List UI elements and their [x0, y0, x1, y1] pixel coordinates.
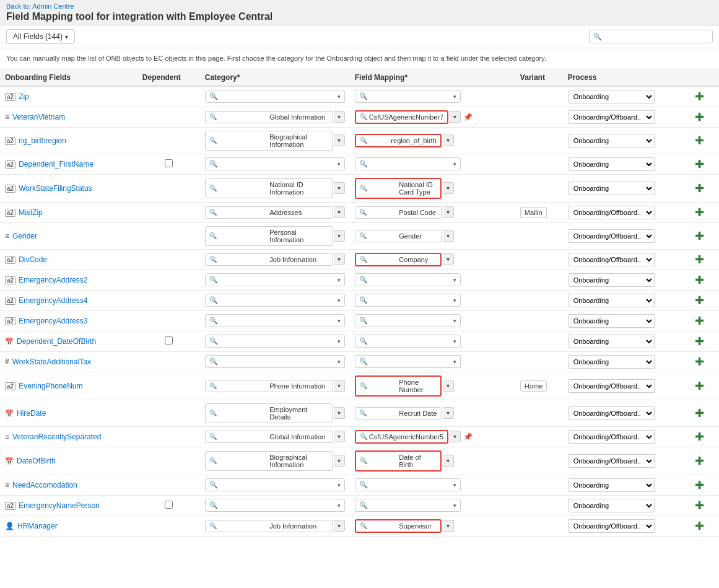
- process-select[interactable]: Onboarding Onboarding Onboarding/Offboar…: [568, 273, 655, 287]
- process-select[interactable]: Onboarding Onboarding Onboarding/Offboar…: [568, 499, 655, 512]
- variant-cell: [515, 249, 563, 270]
- add-button[interactable]: ✚: [692, 499, 707, 512]
- add-button[interactable]: ✚: [692, 407, 707, 419]
- table-row: a2 WorkStateFilingStatus 🔍 National ID I…: [0, 174, 719, 202]
- process-select[interactable]: Onboarding/Offboard.. Onboarding Onboard…: [568, 406, 655, 420]
- search-input[interactable]: [604, 32, 708, 41]
- process-select[interactable]: Onboarding/Offboard.. Onboarding Onboard…: [568, 110, 655, 124]
- variant-cell: [515, 426, 563, 447]
- field-mapping-cell: 🔍 Company ▾: [350, 249, 515, 270]
- add-button[interactable]: ✚: [692, 479, 707, 491]
- process-select[interactable]: Onboarding Onboarding Onboarding/Offboar…: [568, 314, 655, 328]
- add-cell: ✚: [687, 174, 719, 202]
- field-label[interactable]: VeteranVietnam: [12, 113, 65, 121]
- field-label[interactable]: EveningPhoneNum: [19, 382, 82, 390]
- process-cell: Onboarding Onboarding Onboarding/Offboar…: [563, 351, 688, 372]
- search-icon: 🔍: [593, 33, 602, 41]
- add-button[interactable]: ✚: [692, 335, 707, 348]
- back-link[interactable]: Back to: Admin Centre: [6, 2, 713, 10]
- field-label[interactable]: DateOfBirth: [17, 457, 56, 465]
- dependent-checkbox[interactable]: [165, 159, 173, 167]
- field-label[interactable]: HireDate: [17, 409, 46, 418]
- add-button[interactable]: ✚: [692, 230, 707, 242]
- process-cell: Onboarding Onboarding Onboarding/Offboar…: [563, 127, 688, 154]
- field-label[interactable]: NeedAccomodation: [12, 481, 77, 489]
- dependent-firstname-icon: a2: [5, 160, 15, 169]
- category-cell: 🔍 ▾: [200, 495, 350, 516]
- field-label[interactable]: DivCode: [19, 255, 47, 264]
- process-select[interactable]: Onboarding/Offboard.. Onboarding Onboard…: [568, 253, 655, 266]
- add-button[interactable]: ✚: [692, 455, 707, 467]
- dependent-cell: [137, 372, 200, 400]
- process-select[interactable]: Onboarding Onboarding Onboarding/Offboar…: [568, 157, 655, 171]
- variant-cell: Home: [515, 372, 563, 400]
- field-label[interactable]: ng_birthregion: [19, 136, 66, 145]
- add-button[interactable]: ✚: [692, 294, 707, 307]
- add-button[interactable]: ✚: [692, 134, 707, 147]
- dependent-checkbox[interactable]: [165, 336, 173, 344]
- add-button[interactable]: ✚: [692, 253, 707, 266]
- add-button[interactable]: ✚: [692, 380, 707, 392]
- dependent-dob-icon: 📅: [5, 337, 14, 346]
- veteran-recently-icon: ≡: [5, 432, 9, 441]
- field-label[interactable]: VeteranRecentlySeparated: [12, 432, 101, 441]
- dependent-cell: [137, 249, 200, 270]
- field-label[interactable]: EmergencyNamePerson: [19, 501, 100, 510]
- field-mapping-cell: 🔍 region_of_birth ▾: [350, 127, 515, 154]
- process-select[interactable]: Onboarding Onboarding Onboarding/Offboar…: [568, 182, 655, 195]
- process-select[interactable]: Onboarding Onboarding Onboarding/Offboar…: [568, 478, 655, 492]
- process-select[interactable]: Onboarding/Offboard.. Onboarding Onboard…: [568, 430, 655, 444]
- field-label[interactable]: Dependent_FirstName: [19, 160, 94, 169]
- field-label[interactable]: Gender: [12, 232, 37, 240]
- field-label[interactable]: Zip: [19, 92, 29, 101]
- table-row: a2 DivCode 🔍 Job Information ▾ 🔍 Company…: [0, 249, 719, 270]
- field-label[interactable]: EmergencyAddress4: [19, 296, 87, 305]
- dependent-checkbox[interactable]: [165, 501, 173, 509]
- field-label[interactable]: WorkStateAdditionalTax: [12, 358, 91, 366]
- process-select[interactable]: Onboarding Onboarding Onboarding/Offboar…: [568, 90, 655, 103]
- process-select[interactable]: Onboarding Onboarding Onboarding/Offboar…: [568, 335, 655, 348]
- category-cell: 🔍 ▾: [200, 290, 350, 310]
- add-button[interactable]: ✚: [692, 158, 707, 170]
- field-label[interactable]: WorkStateFilingStatus: [19, 184, 92, 193]
- table-row: ≡ VeteranVietnam 🔍 Global Information ▾ …: [0, 107, 719, 127]
- add-button[interactable]: ✚: [692, 90, 707, 103]
- field-label[interactable]: Dependent_DateOfBirth: [17, 337, 96, 346]
- process-select[interactable]: Onboarding/Offboard.. Onboarding Onboard…: [568, 229, 655, 243]
- field-label[interactable]: HRManager: [17, 522, 58, 530]
- process-select[interactable]: Onboarding/Offboard.. Onboarding Onboard…: [568, 206, 655, 219]
- top-bar: Back to: Admin Centre Field Mapping tool…: [0, 0, 719, 25]
- divcode-icon: a2: [5, 255, 15, 264]
- add-button[interactable]: ✚: [692, 206, 707, 219]
- add-button[interactable]: ✚: [692, 274, 707, 286]
- field-label[interactable]: EmergencyAddress3: [19, 317, 87, 325]
- process-select[interactable]: Onboarding Onboarding Onboarding/Offboar…: [568, 134, 655, 147]
- veteran-vietnam-icon: ≡: [5, 113, 9, 121]
- add-button[interactable]: ✚: [692, 356, 707, 368]
- table-row: ≡ VeteranRecentlySeparated 🔍 Global Info…: [0, 426, 719, 447]
- table-row: ≡ NeedAccomodation 🔍 ▾ 🔍 ▾: [0, 475, 719, 495]
- table-row: a2 Zip 🔍 ▾ 🔍 ▾: [0, 86, 719, 107]
- dependent-cell: [137, 107, 200, 127]
- add-button[interactable]: ✚: [692, 520, 707, 532]
- add-button[interactable]: ✚: [692, 315, 707, 327]
- add-button[interactable]: ✚: [692, 111, 707, 123]
- process-select[interactable]: Onboarding Onboarding Onboarding/Offboar…: [568, 355, 655, 369]
- hiredate-icon: 📅: [5, 409, 14, 418]
- field-name-cell: ≡ VeteranRecentlySeparated: [0, 426, 137, 447]
- dependent-cell: [137, 475, 200, 495]
- process-select[interactable]: Onboarding/Offboard.. Onboarding Onboard…: [568, 379, 655, 393]
- add-button[interactable]: ✚: [692, 431, 707, 443]
- filter-button[interactable]: All Fields (144) ▾: [6, 29, 75, 44]
- field-label[interactable]: EmergencyAddress2: [19, 276, 87, 284]
- variant-cell: [515, 516, 563, 536]
- process-select[interactable]: Onboarding/Offboard.. Onboarding Onboard…: [568, 519, 655, 533]
- process-select[interactable]: Onboarding/Offboard.. Onboarding Onboard…: [568, 454, 655, 468]
- add-button[interactable]: ✚: [692, 182, 707, 195]
- dependent-cell: [137, 270, 200, 290]
- variant-cell: [515, 447, 563, 475]
- filter-label: All Fields (144): [13, 32, 63, 41]
- process-select[interactable]: Onboarding Onboarding Onboarding/Offboar…: [568, 294, 655, 307]
- category-cell: 🔍 ▾: [200, 86, 350, 107]
- field-label[interactable]: MailZip: [19, 208, 43, 217]
